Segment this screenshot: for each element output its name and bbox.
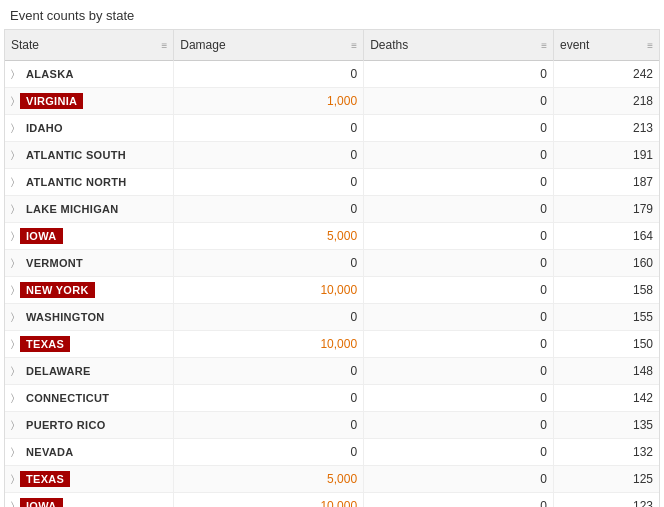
state-label: WASHINGTON	[20, 309, 111, 325]
expand-icon[interactable]: 〉	[11, 311, 14, 323]
state-cell: 〉 VERMONT	[5, 250, 174, 277]
deaths-value: 0	[370, 256, 547, 270]
expand-icon[interactable]: 〉	[11, 419, 14, 431]
damage-cell: 0	[174, 304, 364, 331]
expand-icon[interactable]: 〉	[11, 446, 14, 458]
deaths-cell: 0	[364, 196, 554, 223]
filter-icon-deaths[interactable]: ≡	[541, 40, 547, 51]
col-header-deaths[interactable]: Deaths ≡	[364, 30, 554, 61]
state-cell: 〉 IDAHO	[5, 115, 174, 142]
deaths-cell: 0	[364, 358, 554, 385]
table-row: 〉 VIRGINIA 1,0000218	[5, 88, 659, 115]
event-cell: 242	[553, 61, 659, 88]
event-value: 187	[560, 175, 653, 189]
expand-icon[interactable]: 〉	[11, 149, 14, 161]
state-label: IDAHO	[20, 120, 69, 136]
state-label: NEVADA	[20, 444, 79, 460]
event-cell: 179	[553, 196, 659, 223]
expand-icon[interactable]: 〉	[11, 392, 14, 404]
deaths-cell: 0	[364, 331, 554, 358]
table-row: 〉 IOWA 10,0000123	[5, 493, 659, 508]
expand-icon[interactable]: 〉	[11, 95, 14, 107]
col-header-damage[interactable]: Damage ≡	[174, 30, 364, 61]
state-cell: 〉 ALASKA	[5, 61, 174, 88]
state-label: VIRGINIA	[20, 93, 83, 109]
state-label: TEXAS	[20, 471, 70, 487]
damage-value: 0	[180, 364, 357, 378]
table-row: 〉 ATLANTIC NORTH 00187	[5, 169, 659, 196]
state-cell: 〉 NEW YORK	[5, 277, 174, 304]
expand-icon[interactable]: 〉	[11, 122, 14, 134]
deaths-value: 0	[370, 148, 547, 162]
table-row: 〉 TEXAS 5,0000125	[5, 466, 659, 493]
damage-value: 0	[180, 67, 357, 81]
table-row: 〉 IOWA 5,0000164	[5, 223, 659, 250]
expand-icon[interactable]: 〉	[11, 68, 14, 80]
state-label: IOWA	[20, 228, 63, 244]
event-cell: 135	[553, 412, 659, 439]
event-cell: 187	[553, 169, 659, 196]
filter-icon-state[interactable]: ≡	[161, 40, 167, 51]
event-value: 160	[560, 256, 653, 270]
damage-cell: 0	[174, 169, 364, 196]
deaths-cell: 0	[364, 169, 554, 196]
expand-icon[interactable]: 〉	[11, 203, 14, 215]
deaths-value: 0	[370, 472, 547, 486]
event-cell: 191	[553, 142, 659, 169]
filter-icon-event[interactable]: ≡	[647, 40, 653, 51]
table-row: 〉 VERMONT 00160	[5, 250, 659, 277]
event-value: 179	[560, 202, 653, 216]
deaths-value: 0	[370, 364, 547, 378]
deaths-value: 0	[370, 283, 547, 297]
table-header-row: State ≡ Damage ≡ Deaths ≡	[5, 30, 659, 61]
damage-value: 0	[180, 418, 357, 432]
event-value: 164	[560, 229, 653, 243]
expand-icon[interactable]: 〉	[11, 230, 14, 242]
damage-cell: 0	[174, 115, 364, 142]
damage-cell: 10,000	[174, 493, 364, 508]
state-cell: 〉 CONNECTICUT	[5, 385, 174, 412]
deaths-cell: 0	[364, 250, 554, 277]
deaths-value: 0	[370, 445, 547, 459]
state-cell: 〉 IOWA	[5, 493, 174, 508]
state-cell: 〉 TEXAS	[5, 331, 174, 358]
state-label: CONNECTICUT	[20, 390, 115, 406]
damage-value: 0	[180, 310, 357, 324]
expand-icon[interactable]: 〉	[11, 365, 14, 377]
col-header-state[interactable]: State ≡	[5, 30, 174, 61]
expand-icon[interactable]: 〉	[11, 284, 14, 296]
damage-cell: 0	[174, 412, 364, 439]
expand-icon[interactable]: 〉	[11, 257, 14, 269]
deaths-value: 0	[370, 175, 547, 189]
table-row: 〉 CONNECTICUT 00142	[5, 385, 659, 412]
state-label: IOWA	[20, 498, 63, 507]
page-title: Event counts by state	[0, 0, 664, 29]
deaths-value: 0	[370, 67, 547, 81]
event-value: 155	[560, 310, 653, 324]
state-label: ATLANTIC SOUTH	[20, 147, 132, 163]
expand-icon[interactable]: 〉	[11, 338, 14, 350]
state-label: NEW YORK	[20, 282, 95, 298]
event-value: 148	[560, 364, 653, 378]
damage-cell: 5,000	[174, 223, 364, 250]
filter-icon-damage[interactable]: ≡	[351, 40, 357, 51]
state-label: ATLANTIC NORTH	[20, 174, 133, 190]
table-row: 〉 TEXAS 10,0000150	[5, 331, 659, 358]
data-table: State ≡ Damage ≡ Deaths ≡	[4, 29, 660, 507]
col-header-event[interactable]: event ≡	[553, 30, 659, 61]
state-label: ALASKA	[20, 66, 80, 82]
damage-value: 0	[180, 391, 357, 405]
event-value: 123	[560, 499, 653, 507]
event-value: 218	[560, 94, 653, 108]
deaths-value: 0	[370, 337, 547, 351]
expand-icon[interactable]: 〉	[11, 500, 14, 507]
table-row: 〉 IDAHO 00213	[5, 115, 659, 142]
state-cell: 〉 NEVADA	[5, 439, 174, 466]
deaths-cell: 0	[364, 88, 554, 115]
table-row: 〉 WASHINGTON 00155	[5, 304, 659, 331]
expand-icon[interactable]: 〉	[11, 473, 14, 485]
expand-icon[interactable]: 〉	[11, 176, 14, 188]
event-value: 213	[560, 121, 653, 135]
event-cell: 218	[553, 88, 659, 115]
table-row: 〉 ATLANTIC SOUTH 00191	[5, 142, 659, 169]
